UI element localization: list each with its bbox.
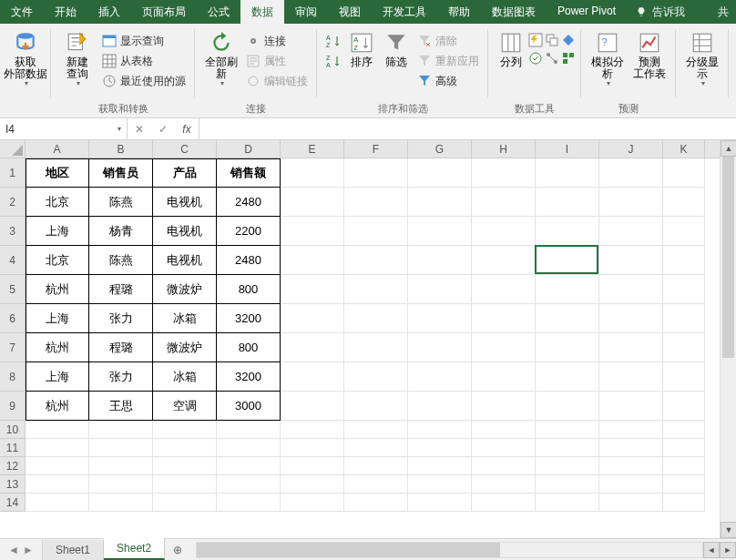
scroll-right-button[interactable]: ► [720,542,736,558]
cell[interactable] [663,188,705,217]
cell[interactable]: 陈燕 [89,188,153,217]
row-header[interactable]: 10 [0,421,25,439]
row-header[interactable]: 2 [0,188,25,217]
cell[interactable] [663,457,705,475]
cell[interactable]: 微波炉 [153,333,217,362]
cell[interactable] [472,158,536,188]
cell[interactable]: 2480 [217,188,281,217]
cell[interactable] [344,304,408,333]
cell[interactable] [344,188,408,217]
cell[interactable] [663,217,705,246]
cell[interactable] [599,304,663,333]
consolidate-icon[interactable] [561,33,576,47]
cell[interactable] [281,494,344,512]
cell[interactable]: 北京 [26,246,89,275]
cell[interactable] [281,475,344,494]
cell[interactable] [663,392,705,421]
cell[interactable] [472,362,536,392]
relationships-icon[interactable] [545,51,559,66]
cell[interactable]: 杭州 [26,275,89,304]
cell[interactable] [408,439,472,457]
cell[interactable] [26,457,89,475]
cell[interactable] [89,494,153,512]
tab-Power Pivot[interactable]: Power Pivot [547,0,627,24]
cell[interactable] [281,275,344,304]
formula-input[interactable] [199,118,736,139]
cell[interactable] [599,333,663,362]
cell[interactable]: 杭州 [26,333,89,362]
cell[interactable] [408,188,472,217]
tab-开始[interactable]: 开始 [44,0,87,24]
row-header[interactable]: 1 [0,158,25,188]
cell[interactable] [599,392,663,421]
tab-开发工具[interactable]: 开发工具 [372,0,437,24]
cell[interactable]: 电视机 [153,217,217,246]
cell[interactable]: 王思 [89,392,153,421]
cell[interactable] [344,421,408,439]
new-query-button[interactable]: 新建 查询▾ [56,27,98,91]
from-table-button[interactable]: 从表格 [98,51,189,71]
row-header[interactable]: 12 [0,457,25,475]
cell[interactable] [344,333,408,362]
cell[interactable] [408,217,472,246]
cell[interactable] [536,457,599,475]
forecast-sheet-button[interactable]: 预测 工作表 [629,27,670,91]
cell[interactable] [536,275,599,304]
cell[interactable] [663,494,705,512]
cell[interactable] [408,457,472,475]
fx-button[interactable]: fx [175,118,199,140]
cell[interactable]: 程璐 [89,333,153,362]
cell[interactable] [472,188,536,217]
cell[interactable] [536,439,599,457]
cell[interactable] [536,475,599,494]
cell[interactable] [536,392,599,421]
cell[interactable] [472,494,536,512]
cell[interactable] [344,475,408,494]
cell[interactable] [153,475,217,494]
cell[interactable] [217,421,281,439]
cell[interactable] [472,421,536,439]
row-header[interactable]: 6 [0,304,25,333]
cell[interactable] [153,421,217,439]
sort-za-button[interactable]: ZA [322,51,344,71]
cell[interactable] [344,457,408,475]
cell[interactable] [599,362,663,392]
cell[interactable] [536,333,599,362]
select-all-button[interactable] [0,140,26,158]
cell[interactable] [599,246,663,275]
cell[interactable]: 3200 [217,362,281,392]
col-header[interactable]: J [599,140,663,158]
cell[interactable] [281,246,344,275]
col-header[interactable]: B [89,140,153,158]
data-validation-icon[interactable] [528,51,543,66]
text-to-columns-button[interactable]: 分列 [494,27,528,91]
col-header[interactable]: K [663,140,705,158]
cell[interactable] [663,421,705,439]
cell[interactable]: 800 [217,333,281,362]
cell[interactable] [281,421,344,439]
cell[interactable] [408,494,472,512]
cell[interactable] [26,475,89,494]
scroll-left-button[interactable]: ◄ [703,542,720,558]
row-header[interactable]: 4 [0,246,25,275]
cell[interactable]: 3200 [217,304,281,333]
cell[interactable]: 程璐 [89,275,153,304]
row-header[interactable]: 14 [0,494,25,512]
tab-数据[interactable]: 数据 [240,0,284,24]
cell[interactable] [408,246,472,275]
row-header[interactable]: 13 [0,475,25,494]
cell[interactable] [281,217,344,246]
cell[interactable]: 微波炉 [153,275,217,304]
cell[interactable] [472,217,536,246]
cell[interactable]: 2480 [217,246,281,275]
vertical-scrollbar[interactable]: ▲ ▼ [720,140,736,538]
cell[interactable]: 电视机 [153,188,217,217]
row-header[interactable]: 3 [0,217,25,246]
cell[interactable] [663,333,705,362]
cell[interactable] [344,275,408,304]
flash-fill-icon[interactable] [528,33,543,47]
cell[interactable] [472,392,536,421]
cell[interactable]: 产品 [153,158,217,188]
cell[interactable] [344,392,408,421]
cell[interactable]: 冰箱 [153,304,217,333]
